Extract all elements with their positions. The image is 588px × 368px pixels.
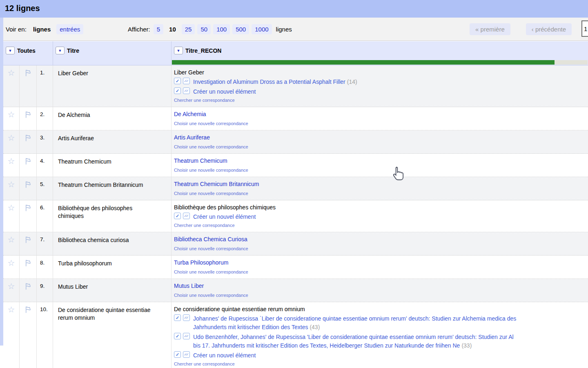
matched-value-link[interactable]: De Alchemia xyxy=(174,110,206,118)
star-icon[interactable]: ☆ xyxy=(8,259,15,278)
previous-page-button[interactable]: ‹ précédente xyxy=(526,23,572,35)
choose-new-match-link[interactable]: Choisir une nouvelle correspondance xyxy=(174,246,588,252)
search-match-link[interactable]: Chercher une correspondance xyxy=(174,361,588,367)
candidate-link[interactable]: Créer un nouvel élément xyxy=(193,213,256,220)
search-match-link[interactable]: Chercher une correspondance xyxy=(174,97,588,103)
page-number-input[interactable] xyxy=(581,20,588,37)
flag-icon[interactable] xyxy=(24,259,32,267)
flag-icon[interactable] xyxy=(24,204,32,212)
search-match-link[interactable]: Chercher une correspondance xyxy=(174,222,588,229)
view-mode-link[interactable]: entrées xyxy=(56,24,83,34)
match-all-identical-cells-checkbox-icon[interactable]: ✓✓ xyxy=(183,314,190,321)
page-size-option: 10 xyxy=(166,24,179,34)
titre-value: Artis Auriferae xyxy=(58,135,154,142)
matched-value-link[interactable]: Bibliotheca Chemica Curiosa xyxy=(174,236,247,243)
matched-value-link[interactable]: Mutus Liber xyxy=(174,282,204,290)
page-background-strip xyxy=(0,18,3,346)
candidate-link[interactable]: Udo Benzenhöfer, Johannes' de Rupescissa… xyxy=(193,334,514,340)
star-icon[interactable]: ☆ xyxy=(8,69,15,107)
match-this-cell-checkbox-icon[interactable]: ✓ xyxy=(174,314,181,321)
flag-icon[interactable] xyxy=(24,110,32,119)
row-index: 3. xyxy=(37,130,53,153)
star-cell: ☆ xyxy=(3,232,20,255)
star-cell: ☆ xyxy=(3,200,20,232)
star-icon[interactable]: ☆ xyxy=(8,157,15,177)
column-menu-titre-recon-icon[interactable]: ▼ xyxy=(174,47,183,54)
flag-icon[interactable] xyxy=(24,282,32,291)
page-size-option[interactable]: 5 xyxy=(154,24,163,34)
candidate-link[interactable]: Jahrhunderts mit kritischer Edition des … xyxy=(193,324,308,330)
match-this-cell-checkbox-icon[interactable]: ✓ xyxy=(174,213,181,219)
choose-new-match-link[interactable]: Choisir une nouvelle correspondance xyxy=(174,144,588,150)
flag-icon[interactable] xyxy=(24,69,32,77)
choose-new-match-link[interactable]: Choisir une nouvelle correspondance xyxy=(174,167,588,173)
page-size-label: Afficher: xyxy=(128,26,150,33)
candidate-text: Créer un nouvel élément xyxy=(193,351,256,360)
star-icon[interactable]: ☆ xyxy=(8,180,15,200)
titre-recon-cell: Bibliotheca Chemica CuriosaChoisir une n… xyxy=(172,232,588,255)
match-this-cell-checkbox-icon[interactable]: ✓ xyxy=(174,333,181,339)
match-this-cell-checkbox-icon[interactable]: ✓ xyxy=(174,78,181,84)
page-size-option[interactable]: 50 xyxy=(197,24,211,34)
candidate-text: Udo Benzenhöfer, Johannes' de Rupescissa… xyxy=(193,333,514,350)
page-size-option[interactable]: 500 xyxy=(232,24,249,34)
titre-value: Theatrum Chemicum xyxy=(58,158,154,166)
star-icon[interactable]: ☆ xyxy=(8,110,15,130)
star-icon[interactable]: ☆ xyxy=(8,134,15,153)
candidate-line: Udo Benzenhöfer, Johannes' de Rupescissa… xyxy=(193,333,514,341)
table-row: ☆10.De consideratione quintae essentiae … xyxy=(3,302,588,368)
match-this-cell-checkbox-icon[interactable]: ✓ xyxy=(174,351,181,358)
candidate-link[interactable]: Investigation of Aluminum Dross as a Pot… xyxy=(193,79,345,85)
flag-icon[interactable] xyxy=(24,180,32,189)
column-header-titre: ▼ Titre xyxy=(53,41,172,65)
star-icon[interactable]: ☆ xyxy=(8,204,15,232)
star-cell: ☆ xyxy=(3,65,20,107)
row-index: 5. xyxy=(37,177,53,200)
flag-cell xyxy=(20,177,37,200)
matched-value-link[interactable]: Turba Philosophorum xyxy=(174,259,228,267)
page-size-option[interactable]: 1000 xyxy=(252,24,272,34)
candidate-link[interactable]: Johannes' de Rupescissa `Liber de consid… xyxy=(193,315,516,322)
flag-icon[interactable] xyxy=(24,157,32,166)
choose-new-match-link[interactable]: Choisir une nouvelle correspondance xyxy=(174,121,588,127)
candidate-link[interactable]: Créer un nouvel élément xyxy=(193,352,256,359)
first-page-button[interactable]: « première xyxy=(470,23,510,35)
match-all-identical-cells-checkbox-icon[interactable]: ✓✓ xyxy=(183,88,190,94)
column-label-titre-recon: Titre_RECON xyxy=(185,47,221,54)
match-all-identical-cells-checkbox-icon[interactable]: ✓✓ xyxy=(183,351,190,358)
match-all-identical-cells-checkbox-icon[interactable]: ✓✓ xyxy=(183,213,190,219)
table-row: ☆6.Bibliothèque des philosophes chimique… xyxy=(3,200,588,232)
match-all-identical-cells-checkbox-icon[interactable]: ✓✓ xyxy=(183,333,190,339)
choose-new-match-link[interactable]: Choisir une nouvelle correspondance xyxy=(174,292,588,298)
page-size-suffix: lignes xyxy=(276,26,292,33)
candidate-link[interactable]: Créer un nouvel élément xyxy=(193,88,256,95)
matched-value-link[interactable]: Theatrum Chemicum xyxy=(174,157,227,165)
matched-value-link[interactable]: Artis Auriferae xyxy=(174,134,210,141)
titre-cell: Mutus Liber xyxy=(53,279,172,302)
matched-value-link[interactable]: Theatrum Chemicum Britannicum xyxy=(174,180,259,188)
star-cell: ☆ xyxy=(3,107,20,130)
choose-new-match-link[interactable]: Choisir une nouvelle correspondance xyxy=(174,269,588,275)
candidate-text: Créer un nouvel élément xyxy=(193,213,256,221)
column-menu-all-icon[interactable]: ▼ xyxy=(6,47,15,54)
candidate-score: (43) xyxy=(310,324,320,330)
flag-icon[interactable] xyxy=(24,236,32,244)
star-icon[interactable]: ☆ xyxy=(8,305,15,368)
table-row: ☆9.Mutus LiberMutus LiberChoisir une nou… xyxy=(3,279,588,302)
star-icon[interactable]: ☆ xyxy=(8,282,15,302)
flag-icon[interactable] xyxy=(24,134,32,142)
titre-value: De Alchemia xyxy=(58,111,154,119)
table-row: ☆3.Artis AuriferaeArtis AuriferaeChoisir… xyxy=(3,130,588,154)
column-menu-titre-icon[interactable]: ▼ xyxy=(56,47,65,54)
choose-new-match-link[interactable]: Choisir une nouvelle correspondance xyxy=(174,191,588,197)
page-size-option[interactable]: 25 xyxy=(182,24,195,34)
page-size-option[interactable]: 100 xyxy=(213,24,230,34)
match-all-identical-cells-checkbox-icon[interactable]: ✓✓ xyxy=(183,78,190,84)
match-this-cell-checkbox-icon[interactable]: ✓ xyxy=(174,88,181,94)
star-icon[interactable]: ☆ xyxy=(8,236,15,255)
titre-value: Bibliothèque des philosophes chimiques xyxy=(58,204,154,220)
flag-cell xyxy=(20,154,37,177)
flag-cell xyxy=(20,107,37,130)
flag-icon[interactable] xyxy=(24,305,32,314)
candidate-link[interactable]: bis 17. Jahrhunderts mit kritischer Edit… xyxy=(193,342,460,349)
